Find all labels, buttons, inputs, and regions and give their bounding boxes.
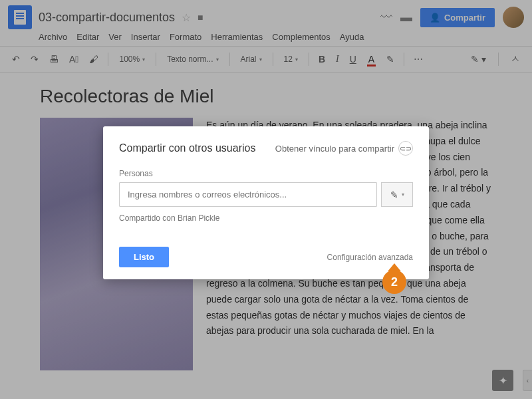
dialog-title: Compartir con otros usuarios <box>119 142 255 154</box>
permission-dropdown[interactable]: ✎ <box>381 182 413 207</box>
link-icon: ⊂⊃ <box>398 141 413 156</box>
get-shareable-link[interactable]: Obtener vínculo para compartir ⊂⊃ <box>275 141 413 156</box>
done-button[interactable]: Listo <box>119 247 169 267</box>
advanced-settings-link[interactable]: Configuración avanzada <box>327 253 413 262</box>
tutorial-callout: 2 <box>381 263 408 290</box>
people-input[interactable] <box>119 182 377 207</box>
people-label: Personas <box>119 169 413 178</box>
callout-number: 2 <box>382 270 406 294</box>
pencil-icon: ✎ <box>390 190 398 200</box>
share-dialog: Compartir con otros usuarios Obtener vín… <box>103 126 429 279</box>
shared-with-text: Compartido con Brian Pickle <box>119 213 413 223</box>
